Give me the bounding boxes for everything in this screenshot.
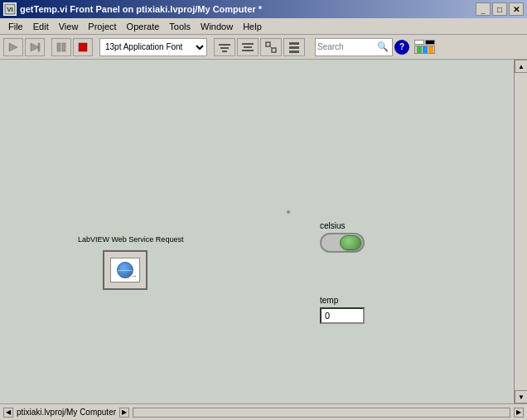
run-button[interactable] (3, 38, 23, 56)
help-button[interactable]: ? (394, 40, 409, 55)
title-bar: VI getTemp.vi Front Panel on ptixiaki.lv… (0, 0, 527, 18)
temp-label: temp (320, 296, 365, 305)
status-text: ptixiaki.lvproj/My Computer (17, 408, 116, 417)
color-black (425, 40, 435, 45)
svg-rect-5 (79, 43, 87, 51)
toolbar: 13pt Application Font 🔍 (0, 35, 527, 60)
status-left-arrow[interactable]: ◀ (3, 408, 13, 418)
scroll-down-button[interactable]: ▼ (515, 390, 527, 403)
color-palette (414, 40, 435, 54)
svg-rect-11 (242, 50, 254, 51)
svg-rect-13 (272, 48, 276, 52)
svg-rect-6 (219, 44, 230, 46)
minimize-button[interactable]: _ (476, 2, 491, 16)
svg-marker-2 (9, 43, 17, 51)
svg-line-14 (270, 46, 272, 48)
svg-rect-8 (222, 51, 227, 52)
web-service-icon: ?→ (103, 250, 147, 290)
menu-view[interactable]: View (54, 20, 84, 33)
svg-rect-20 (428, 46, 433, 53)
celsius-toggle-switch[interactable] (320, 233, 365, 253)
web-service-inner: ?→ (110, 258, 140, 282)
menu-tools[interactable]: Tools (164, 20, 196, 33)
close-button[interactable]: ✕ (509, 2, 524, 16)
svg-rect-9 (242, 43, 254, 45)
status-scrollbar[interactable] (133, 408, 510, 418)
right-scrollbar[interactable]: ▲ ▼ (514, 60, 527, 403)
status-project-arrow[interactable]: ▶ (119, 408, 129, 418)
app-icon: VI (3, 2, 17, 16)
status-bar: ◀ ptixiaki.lvproj/My Computer ▶ ▶ (0, 403, 527, 420)
status-right-arrow[interactable]: ▶ (514, 408, 524, 418)
menu-bar: File Edit View Project Operate Tools Win… (0, 18, 527, 35)
svg-rect-19 (423, 46, 428, 53)
search-box[interactable]: 🔍 (315, 38, 393, 56)
title-buttons: _ □ ✕ (476, 2, 524, 16)
grid-canvas: LabVIEW Web Service Request ?→ celsius t… (0, 60, 512, 403)
svg-rect-18 (417, 46, 422, 53)
menu-window[interactable]: Window (196, 20, 238, 33)
svg-rect-4 (62, 43, 65, 51)
temp-value: 0 (320, 307, 365, 324)
canvas-dot (287, 210, 290, 214)
resize-button[interactable] (260, 38, 282, 56)
distribute-button[interactable] (237, 38, 259, 56)
stop-button[interactable] (73, 38, 93, 56)
color-selector[interactable] (414, 46, 435, 54)
menu-project[interactable]: Project (83, 20, 121, 33)
scroll-up-button[interactable]: ▲ (515, 60, 527, 73)
canvas-area[interactable]: LabVIEW Web Service Request ?→ celsius t… (0, 60, 512, 403)
pause-button[interactable] (51, 38, 71, 56)
menu-file[interactable]: File (3, 20, 28, 33)
font-selector[interactable]: 13pt Application Font (99, 38, 207, 56)
title-bar-left: VI getTemp.vi Front Panel on ptixiaki.lv… (3, 2, 262, 16)
svg-rect-7 (220, 47, 229, 49)
search-button[interactable]: 🔍 (375, 40, 390, 55)
web-service-label: LabVIEW Web Service Request (78, 235, 183, 244)
celsius-label: celsius (320, 221, 365, 230)
reorder-button[interactable] (283, 38, 305, 56)
svg-rect-16 (289, 46, 299, 49)
menu-help[interactable]: Help (238, 20, 267, 33)
svg-rect-15 (289, 42, 299, 45)
svg-rect-3 (57, 43, 60, 51)
menu-operate[interactable]: Operate (122, 20, 165, 33)
svg-rect-12 (266, 42, 270, 46)
run-continuously-button[interactable] (25, 38, 45, 56)
menu-edit[interactable]: Edit (28, 20, 54, 33)
web-arrow-icon: ?→ (126, 272, 138, 280)
web-service-component[interactable]: LabVIEW Web Service Request ?→ (103, 250, 152, 296)
celsius-control[interactable]: celsius (320, 221, 365, 253)
temp-control: temp 0 (320, 296, 365, 324)
maximize-button[interactable]: □ (492, 2, 507, 16)
align-button[interactable] (214, 38, 235, 56)
svg-rect-10 (244, 46, 252, 48)
scroll-track-v (515, 73, 527, 390)
svg-rect-17 (289, 51, 299, 53)
search-input[interactable] (317, 42, 375, 51)
title-text: getTemp.vi Front Panel on ptixiaki.lvpro… (20, 4, 262, 14)
color-white (414, 40, 424, 45)
svg-text:VI: VI (7, 6, 13, 13)
toggle-knob (340, 235, 361, 250)
